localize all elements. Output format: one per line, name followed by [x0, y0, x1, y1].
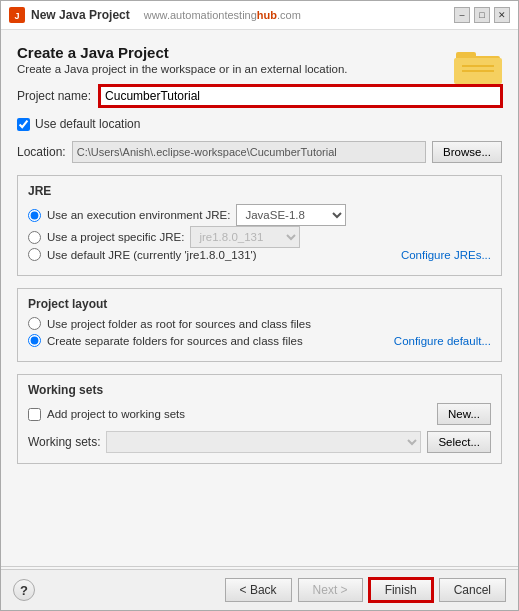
- project-name-label: Project name:: [17, 89, 91, 103]
- location-label: Location:: [17, 145, 66, 159]
- next-button[interactable]: Next >: [298, 578, 363, 602]
- jre-option1-label: Use an execution environment JRE:: [47, 209, 230, 221]
- title-bar-left: J New Java Project www.automationtesting…: [9, 7, 301, 23]
- jre-radio-2[interactable]: [28, 231, 41, 244]
- layout-option2-row: Create separate folders for sources and …: [28, 334, 491, 347]
- jre-option1-row: Use an execution environment JRE: JavaSE…: [28, 204, 491, 226]
- default-location-checkbox[interactable]: [17, 118, 30, 131]
- cancel-button[interactable]: Cancel: [439, 578, 506, 602]
- configure-jres-link[interactable]: Configure JREs...: [401, 249, 491, 261]
- working-sets-checkbox[interactable]: [28, 408, 41, 421]
- window-url: www.automationtestinghub.com: [144, 9, 301, 21]
- location-row: Location: Browse...: [17, 141, 502, 163]
- working-sets-group: Working sets Add project to working sets…: [17, 374, 502, 464]
- jre-group-label: JRE: [28, 184, 491, 198]
- layout-group-label: Project layout: [28, 297, 491, 311]
- back-button[interactable]: < Back: [225, 578, 292, 602]
- working-sets-add-row: Add project to working sets New...: [28, 403, 491, 425]
- footer-buttons: < Back Next > Finish Cancel: [225, 578, 506, 602]
- configure-default-link[interactable]: Configure default...: [394, 335, 491, 347]
- project-name-row: Project name:: [17, 85, 502, 107]
- new-working-set-button[interactable]: New...: [437, 403, 491, 425]
- footer-separator: [1, 566, 518, 567]
- jre-option2-row: Use a project specific JRE: jre1.8.0_131: [28, 226, 491, 248]
- default-location-row: Use default location: [17, 117, 502, 131]
- dialog-footer: ? < Back Next > Finish Cancel: [1, 569, 518, 610]
- layout-option1-row: Use project folder as root for sources a…: [28, 317, 491, 330]
- working-sets-dropdown: [106, 431, 421, 453]
- java-icon: J: [9, 7, 25, 23]
- folder-icon: [454, 44, 502, 89]
- working-sets-field-row: Working sets: Select...: [28, 431, 491, 453]
- working-sets-group-label: Working sets: [28, 383, 491, 397]
- default-location-label: Use default location: [35, 117, 140, 131]
- window-title: New Java Project: [31, 8, 130, 22]
- url-highlight: hub: [257, 9, 277, 21]
- working-sets-checkbox-label: Add project to working sets: [47, 408, 185, 420]
- close-button[interactable]: ✕: [494, 7, 510, 23]
- layout-option2-label: Create separate folders for sources and …: [47, 335, 303, 347]
- jre-option2-label: Use a project specific JRE:: [47, 231, 184, 243]
- working-sets-label: Working sets:: [28, 435, 100, 449]
- jre-dropdown-1[interactable]: JavaSE-1.8: [236, 204, 346, 226]
- location-input: [72, 141, 426, 163]
- browse-button[interactable]: Browse...: [432, 141, 502, 163]
- minimize-button[interactable]: –: [454, 7, 470, 23]
- page-title: Create a Java Project: [17, 44, 502, 61]
- svg-text:J: J: [14, 11, 19, 21]
- select-working-set-button[interactable]: Select...: [427, 431, 491, 453]
- jre-radio-3[interactable]: [28, 248, 41, 261]
- jre-dropdown-2: jre1.8.0_131: [190, 226, 300, 248]
- project-layout-group: Project layout Use project folder as roo…: [17, 288, 502, 362]
- title-bar: J New Java Project www.automationtesting…: [1, 1, 518, 30]
- finish-button[interactable]: Finish: [369, 578, 433, 602]
- title-bar-controls: – □ ✕: [454, 7, 510, 23]
- layout-radio-2[interactable]: [28, 334, 41, 347]
- footer-left: ?: [13, 579, 35, 601]
- jre-group: JRE Use an execution environment JRE: Ja…: [17, 175, 502, 276]
- dialog-window: J New Java Project www.automationtesting…: [0, 0, 519, 611]
- help-button[interactable]: ?: [13, 579, 35, 601]
- layout-option1-label: Use project folder as root for sources a…: [47, 318, 311, 330]
- jre-option3-label: Use default JRE (currently 'jre1.8.0_131…: [47, 249, 257, 261]
- layout-radio-1[interactable]: [28, 317, 41, 330]
- dialog-content: Create a Java Project Create a Java proj…: [1, 30, 518, 564]
- maximize-button[interactable]: □: [474, 7, 490, 23]
- page-subtitle: Create a Java project in the workspace o…: [17, 63, 502, 75]
- project-name-input[interactable]: [99, 85, 502, 107]
- header-area: Create a Java Project Create a Java proj…: [17, 44, 502, 75]
- jre-option3-row: Use default JRE (currently 'jre1.8.0_131…: [28, 248, 491, 261]
- jre-radio-1[interactable]: [28, 209, 41, 222]
